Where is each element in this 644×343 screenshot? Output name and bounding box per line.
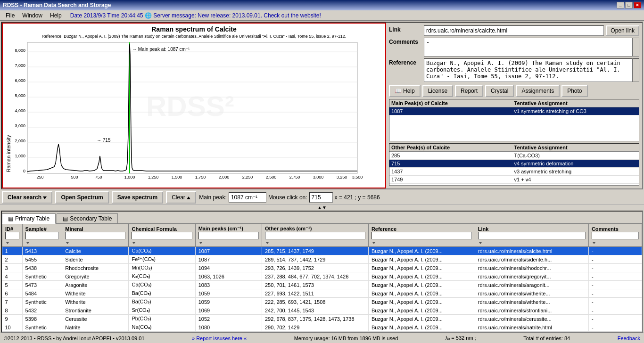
table-cell: rdrs.uaic.ro/minerals/strontiani... [475, 306, 588, 315]
main-area: Raman spectrum of Calcite Reference: Buz… [0, 21, 644, 333]
help-button[interactable]: 📖 Help [389, 85, 421, 97]
chart-area: Raman spectrum of Calcite Reference: Buz… [2, 23, 386, 188]
table-row[interactable]: 95398CerussitePb(CO₃)1052292, 678, 837, … [2, 315, 642, 323]
open-spectrum-button[interactable]: Open Spectrum [55, 191, 108, 204]
table-row[interactable]: 65484WitheriteBa(CO₃)1059227, 693, 1422,… [2, 289, 642, 298]
table-cell: Buzgar N., Apopei A. I. (2009... [368, 323, 475, 332]
feedback-link[interactable]: Feedback [618, 335, 640, 341]
svg-text:250: 250 [36, 175, 43, 180]
filter-sample[interactable] [25, 232, 59, 239]
right-panel: Link Open link Comments - Reference Buzg… [386, 23, 642, 188]
table-cell: rdrs.uaic.ro/minerals/calcite.html [475, 247, 588, 255]
filter-id[interactable] [5, 232, 19, 239]
table-row[interactable]: 15413CalciteCa(CO₃)1087285, 715, 1437, 1… [2, 247, 642, 255]
table-cell: 8 [2, 306, 23, 315]
table-row[interactable]: 7SyntheticWitheriteBa(CO₃)1059222, 285, … [2, 298, 642, 306]
table-cell: 1069 [195, 306, 262, 315]
filter-reference[interactable] [372, 232, 472, 239]
save-spectrum-button[interactable]: Save spectrum [112, 191, 163, 204]
table-cell: 293, 726, 1439, 1752 [262, 264, 368, 272]
table-row[interactable]: 25455SideriteFe²⁺(CO₃)1087289, 514, 737,… [2, 255, 642, 264]
table-row[interactable]: 85432StrontianiteSr(CO₃)1069242, 700, 14… [2, 306, 642, 315]
reference-label: Reference [389, 58, 422, 66]
table-row[interactable]: 10SyntheticNatriteNa(CO₃)1080290, 702, 1… [2, 323, 642, 332]
table-cell: 242, 700, 1445, 1543 [262, 306, 368, 315]
other-peak-row-1: 715 v4 symmetric deformation [389, 160, 639, 168]
table-cell: Witherite [62, 289, 129, 298]
y-axis: 0 1,000 2,000 3,000 4,000 5,000 6,000 7,… [15, 48, 25, 173]
filter-arrow-other-peaks[interactable] [266, 242, 269, 244]
globe-icon: 🌐 [145, 12, 152, 19]
other-peaks-section: Other Peak(s) of Calcite Tentative Assig… [389, 143, 639, 186]
filter-arrow-mineral[interactable] [66, 242, 69, 244]
clear-arrow-icon [187, 196, 190, 199]
close-button[interactable]: ✕ [634, 2, 641, 8]
filter-arrow-reference[interactable] [372, 242, 375, 244]
svg-text:1,000: 1,000 [124, 175, 135, 180]
table-row[interactable]: 4SyntheticGregoryiteK₂(CO₃)1063, 1026237… [2, 272, 642, 281]
server-message: Date 2013/9/3 Time 20:44:45 🌐 Server mes… [70, 12, 321, 19]
assignments-button[interactable]: Assignments [516, 85, 560, 97]
chart-reference: Reference: Buzgar N., Apopei A. I. (2009… [5, 34, 383, 39]
column-headers: ID# Sample# Mineral Chemical Formul [2, 224, 642, 247]
top-section: Raman spectrum of Calcite Reference: Buz… [1, 22, 643, 189]
table-cell: 5398 [22, 315, 62, 323]
license-button[interactable]: License [422, 85, 453, 97]
table-cell: rdrs.uaic.ro/minerals/witherite... [475, 289, 588, 298]
title-bar-buttons[interactable]: _ □ ✕ [617, 2, 641, 8]
main-peak-value-input[interactable] [229, 192, 266, 203]
lambda-info: λ₀ = 532 nm ; [446, 335, 476, 341]
tab-primary[interactable]: ▦ Primary Table [2, 213, 56, 224]
table-cell: 285, 715, 1437, 1749 [262, 247, 368, 255]
table-row[interactable]: 35438RhodochrositeMn(CO₃)1094293, 726, 1… [2, 264, 642, 272]
filter-arrow-link[interactable] [479, 242, 482, 244]
table-cell: - [588, 315, 642, 323]
filter-formula[interactable] [132, 232, 192, 239]
filter-arrow-sample[interactable] [26, 242, 29, 244]
table-cell: Aragonite [62, 281, 129, 289]
table-cell: Buzgar N., Apopei A. I. (2009... [368, 298, 475, 306]
table-row[interactable]: 55473AragoniteCa(CO₃)1083250, 701, 1461,… [2, 281, 642, 289]
comments-textarea[interactable]: - [424, 38, 633, 57]
filter-arrow-formula[interactable] [132, 242, 135, 244]
table-cell: Gregoryite [62, 272, 129, 281]
open-link-button[interactable]: Open link [606, 25, 639, 36]
table-cell: 237, 288, 484, 677, 702, 1374, 1426 [262, 272, 368, 281]
table-cell: rdrs.uaic.ro/minerals/natrite.html [475, 323, 588, 332]
filter-main-peaks[interactable] [198, 232, 259, 239]
link-input[interactable] [424, 25, 604, 36]
table-cell: 1080 [195, 323, 262, 332]
minimize-button[interactable]: _ [617, 2, 624, 8]
menu-window[interactable]: Window [18, 11, 46, 20]
tab-secondary[interactable]: ▤ Secondary Table [57, 213, 118, 223]
table-cell: 5473 [22, 281, 62, 289]
comments-scrollbar[interactable] [633, 38, 639, 57]
maximize-button[interactable]: □ [625, 2, 633, 8]
menu-bar: File Window Help Date 2013/9/3 Time 20:4… [0, 10, 644, 21]
table-cell: 1094 [195, 264, 262, 272]
table-cell: Buzgar N., Apopei A. I. (2009... [368, 289, 475, 298]
report-button[interactable]: Report [455, 85, 483, 97]
mouse-click-input[interactable] [309, 192, 333, 203]
table-cell: 1087 [195, 247, 262, 255]
filter-arrow-comments[interactable] [593, 242, 595, 244]
clear-search-button[interactable]: Clear search [2, 191, 52, 204]
collapse-handle[interactable]: ▲▼ [0, 204, 644, 211]
photo-button[interactable]: Photo [561, 85, 587, 97]
table-cell: rdrs.uaic.ro/minerals/witherite... [475, 298, 588, 306]
clear-button[interactable]: Clear [166, 191, 196, 204]
menu-help[interactable]: Help [46, 11, 66, 20]
table-cell: 227, 693, 1422, 1511 [262, 289, 368, 298]
filter-mineral[interactable] [65, 232, 125, 239]
filter-arrow-main-peaks[interactable] [199, 242, 202, 244]
report-link[interactable]: » Report issuses here « [192, 335, 247, 341]
menu-file[interactable]: File [2, 11, 18, 20]
reference-scrollbar[interactable] [633, 58, 639, 82]
filter-comments[interactable] [592, 232, 639, 239]
reference-textarea[interactable]: Buzgar N., Apopei A. I. (2009) The Raman… [424, 58, 633, 82]
filter-link[interactable] [478, 232, 586, 239]
filter-other-peaks[interactable] [265, 232, 365, 239]
table-cell: Buzgar N., Apopei A. I. (2009... [368, 247, 475, 255]
filter-arrow-id[interactable] [6, 242, 9, 244]
crystal-button[interactable]: Crystal [485, 85, 514, 97]
